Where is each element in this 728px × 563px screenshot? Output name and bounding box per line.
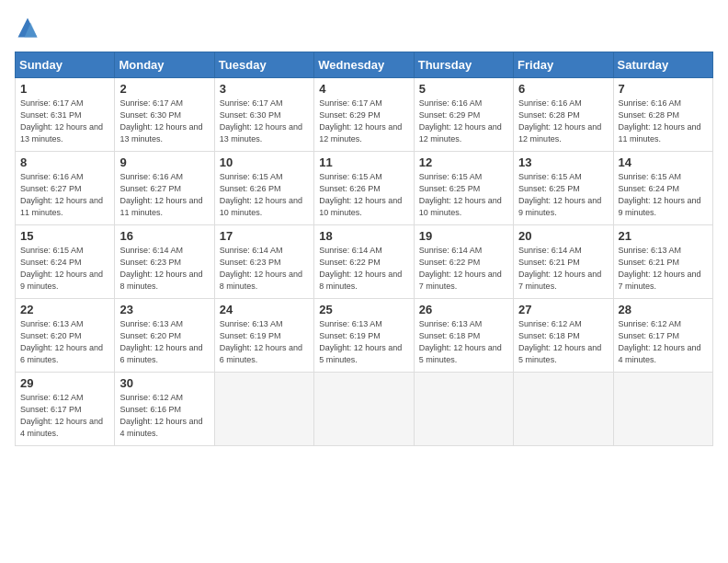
day-number: 3 [220, 82, 309, 96]
calendar-cell: 24Sunrise: 6:13 AMSunset: 6:19 PMDayligh… [214, 299, 313, 373]
calendar-cell [214, 373, 313, 446]
day-number: 6 [518, 82, 608, 96]
day-number: 18 [319, 229, 408, 243]
day-info: Sunrise: 6:15 AMSunset: 6:24 PMDaylight:… [20, 245, 109, 293]
calendar-cell: 12Sunrise: 6:15 AMSunset: 6:25 PMDayligh… [414, 152, 513, 225]
calendar-header-row: SundayMondayTuesdayWednesdayThursdayFrid… [16, 52, 713, 78]
day-info: Sunrise: 6:17 AMSunset: 6:30 PMDaylight:… [220, 98, 309, 145]
day-info: Sunrise: 6:12 AMSunset: 6:17 PMDaylight:… [619, 318, 708, 366]
day-info: Sunrise: 6:15 AMSunset: 6:26 PMDaylight:… [319, 171, 408, 219]
calendar-cell [613, 373, 712, 446]
col-header-monday: Monday [115, 52, 214, 78]
day-info: Sunrise: 6:14 AMSunset: 6:23 PMDaylight:… [220, 245, 309, 293]
calendar-cell: 5Sunrise: 6:16 AMSunset: 6:29 PMDaylight… [414, 78, 513, 152]
day-number: 30 [119, 376, 209, 390]
day-number: 4 [319, 82, 408, 96]
calendar-cell [414, 373, 513, 446]
day-number: 10 [220, 155, 309, 169]
col-header-friday: Friday [514, 52, 613, 78]
day-info: Sunrise: 6:12 AMSunset: 6:16 PMDaylight:… [119, 392, 209, 440]
day-info: Sunrise: 6:14 AMSunset: 6:22 PMDaylight:… [319, 245, 408, 293]
calendar-cell: 22Sunrise: 6:13 AMSunset: 6:20 PMDayligh… [16, 299, 115, 373]
logo [15, 15, 44, 40]
day-info: Sunrise: 6:14 AMSunset: 6:21 PMDaylight:… [518, 245, 608, 293]
col-header-tuesday: Tuesday [214, 52, 313, 78]
day-number: 28 [619, 303, 708, 316]
calendar-table: SundayMondayTuesdayWednesdayThursdayFrid… [15, 52, 713, 446]
day-info: Sunrise: 6:13 AMSunset: 6:20 PMDaylight:… [119, 318, 209, 366]
calendar-cell: 17Sunrise: 6:14 AMSunset: 6:23 PMDayligh… [214, 225, 313, 299]
day-info: Sunrise: 6:16 AMSunset: 6:29 PMDaylight:… [419, 98, 508, 145]
day-info: Sunrise: 6:14 AMSunset: 6:22 PMDaylight:… [419, 245, 508, 293]
calendar-cell: 26Sunrise: 6:13 AMSunset: 6:18 PMDayligh… [414, 299, 513, 373]
day-info: Sunrise: 6:13 AMSunset: 6:18 PMDaylight:… [419, 318, 508, 366]
calendar-cell: 27Sunrise: 6:12 AMSunset: 6:18 PMDayligh… [514, 299, 613, 373]
calendar-cell: 13Sunrise: 6:15 AMSunset: 6:25 PMDayligh… [514, 152, 613, 225]
calendar-cell: 23Sunrise: 6:13 AMSunset: 6:20 PMDayligh… [115, 299, 214, 373]
day-info: Sunrise: 6:14 AMSunset: 6:23 PMDaylight:… [119, 245, 209, 293]
calendar-cell: 10Sunrise: 6:15 AMSunset: 6:26 PMDayligh… [214, 152, 313, 225]
col-header-saturday: Saturday [613, 52, 712, 78]
day-info: Sunrise: 6:16 AMSunset: 6:27 PMDaylight:… [119, 171, 209, 219]
day-number: 29 [20, 376, 109, 390]
day-number: 5 [419, 82, 508, 96]
logo-icon [15, 15, 40, 40]
day-info: Sunrise: 6:13 AMSunset: 6:20 PMDaylight:… [20, 318, 109, 366]
day-number: 19 [419, 229, 508, 243]
col-header-wednesday: Wednesday [314, 52, 414, 78]
calendar-cell: 28Sunrise: 6:12 AMSunset: 6:17 PMDayligh… [613, 299, 712, 373]
day-info: Sunrise: 6:15 AMSunset: 6:24 PMDaylight:… [619, 171, 708, 219]
day-info: Sunrise: 6:16 AMSunset: 6:27 PMDaylight:… [20, 171, 109, 219]
calendar-cell: 11Sunrise: 6:15 AMSunset: 6:26 PMDayligh… [314, 152, 414, 225]
day-number: 1 [20, 82, 109, 96]
calendar-row: 22Sunrise: 6:13 AMSunset: 6:20 PMDayligh… [16, 299, 713, 373]
day-number: 22 [20, 303, 109, 316]
page-header [15, 15, 713, 40]
calendar-cell [514, 373, 613, 446]
calendar-cell: 21Sunrise: 6:13 AMSunset: 6:21 PMDayligh… [613, 225, 712, 299]
day-info: Sunrise: 6:13 AMSunset: 6:19 PMDaylight:… [220, 318, 309, 366]
calendar-cell: 4Sunrise: 6:17 AMSunset: 6:29 PMDaylight… [314, 78, 414, 152]
day-info: Sunrise: 6:13 AMSunset: 6:19 PMDaylight:… [319, 318, 408, 366]
calendar-cell: 18Sunrise: 6:14 AMSunset: 6:22 PMDayligh… [314, 225, 414, 299]
calendar-cell: 20Sunrise: 6:14 AMSunset: 6:21 PMDayligh… [514, 225, 613, 299]
day-info: Sunrise: 6:15 AMSunset: 6:26 PMDaylight:… [220, 171, 309, 219]
day-info: Sunrise: 6:16 AMSunset: 6:28 PMDaylight:… [619, 98, 708, 145]
calendar-cell: 2Sunrise: 6:17 AMSunset: 6:30 PMDaylight… [115, 78, 214, 152]
calendar-cell: 9Sunrise: 6:16 AMSunset: 6:27 PMDaylight… [115, 152, 214, 225]
day-number: 20 [518, 229, 608, 243]
day-number: 8 [20, 155, 109, 169]
day-info: Sunrise: 6:17 AMSunset: 6:29 PMDaylight:… [319, 98, 408, 145]
day-info: Sunrise: 6:16 AMSunset: 6:28 PMDaylight:… [518, 98, 608, 145]
col-header-sunday: Sunday [16, 52, 115, 78]
day-number: 13 [518, 155, 608, 169]
day-number: 23 [119, 303, 209, 316]
day-number: 17 [220, 229, 309, 243]
col-header-thursday: Thursday [414, 52, 513, 78]
calendar-cell: 3Sunrise: 6:17 AMSunset: 6:30 PMDaylight… [214, 78, 313, 152]
calendar-row: 8Sunrise: 6:16 AMSunset: 6:27 PMDaylight… [16, 152, 713, 225]
day-number: 14 [619, 155, 708, 169]
day-number: 15 [20, 229, 109, 243]
day-info: Sunrise: 6:12 AMSunset: 6:18 PMDaylight:… [518, 318, 608, 366]
calendar-cell: 15Sunrise: 6:15 AMSunset: 6:24 PMDayligh… [16, 225, 115, 299]
calendar-row: 1Sunrise: 6:17 AMSunset: 6:31 PMDaylight… [16, 78, 713, 152]
day-number: 9 [119, 155, 209, 169]
day-number: 7 [619, 82, 708, 96]
calendar-cell: 16Sunrise: 6:14 AMSunset: 6:23 PMDayligh… [115, 225, 214, 299]
day-info: Sunrise: 6:13 AMSunset: 6:21 PMDaylight:… [619, 245, 708, 293]
calendar-row: 15Sunrise: 6:15 AMSunset: 6:24 PMDayligh… [16, 225, 713, 299]
day-info: Sunrise: 6:12 AMSunset: 6:17 PMDaylight:… [20, 392, 109, 440]
day-number: 11 [319, 155, 408, 169]
day-number: 16 [119, 229, 209, 243]
day-number: 25 [319, 303, 408, 316]
calendar-cell: 6Sunrise: 6:16 AMSunset: 6:28 PMDaylight… [514, 78, 613, 152]
calendar-row: 29Sunrise: 6:12 AMSunset: 6:17 PMDayligh… [16, 373, 713, 446]
day-number: 27 [518, 303, 608, 316]
day-info: Sunrise: 6:17 AMSunset: 6:30 PMDaylight:… [119, 98, 209, 145]
day-number: 26 [419, 303, 508, 316]
calendar-cell: 8Sunrise: 6:16 AMSunset: 6:27 PMDaylight… [16, 152, 115, 225]
calendar-cell: 19Sunrise: 6:14 AMSunset: 6:22 PMDayligh… [414, 225, 513, 299]
calendar-cell: 1Sunrise: 6:17 AMSunset: 6:31 PMDaylight… [16, 78, 115, 152]
day-number: 24 [220, 303, 309, 316]
